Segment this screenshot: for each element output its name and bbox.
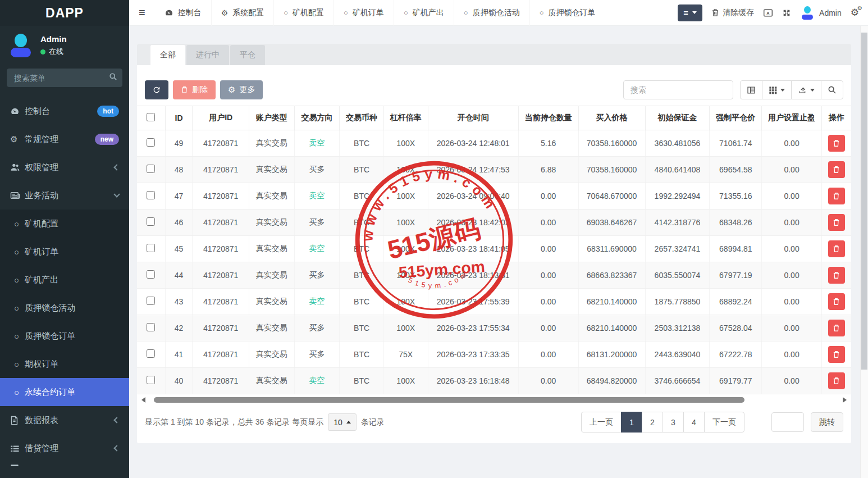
page-button-1[interactable]: 1 bbox=[621, 412, 642, 433]
settings-cogs-icon[interactable]: ⚙ bbox=[851, 7, 859, 19]
row-delete-button[interactable] bbox=[828, 214, 845, 231]
row-checkbox[interactable] bbox=[147, 138, 155, 147]
jump-page-input[interactable] bbox=[771, 412, 804, 432]
cell-position-qty: 0.00 bbox=[518, 289, 578, 315]
row-delete-button[interactable] bbox=[828, 267, 845, 284]
row-delete-button[interactable] bbox=[828, 161, 845, 178]
cell-force-price: 68348.26 bbox=[710, 210, 762, 236]
sidebar-item-staking-orders[interactable]: ○ 质押锁仓订单 bbox=[0, 322, 129, 350]
sidebar-item-perpetual-orders[interactable]: ○ 永续合约订单 bbox=[0, 378, 129, 406]
row-delete-button[interactable] bbox=[828, 372, 845, 389]
select-all-checkbox[interactable] bbox=[147, 113, 155, 121]
horizontal-scrollbar[interactable] bbox=[138, 396, 850, 404]
hamburger-icon[interactable]: ≡ bbox=[129, 6, 155, 19]
export-button[interactable] bbox=[791, 80, 821, 99]
cell-position-qty: 0.00 bbox=[518, 210, 578, 236]
trash-icon bbox=[833, 139, 840, 147]
row-checkbox[interactable] bbox=[147, 270, 155, 279]
row-checkbox[interactable] bbox=[147, 165, 155, 173]
sidebar-item-reports[interactable]: 数据报表 bbox=[0, 406, 129, 434]
cell-account-type: 真实交易 bbox=[249, 262, 295, 289]
sidebar-item-lending[interactable]: 借贷管理 bbox=[0, 434, 129, 462]
sidebar-item-general[interactable]: ⚙ 常规管理 new bbox=[0, 125, 129, 153]
sidebar-item-miner-orders[interactable]: ○ 矿机订单 bbox=[0, 238, 129, 266]
list-dropdown-button[interactable]: ≡ bbox=[678, 4, 702, 21]
row-checkbox[interactable] bbox=[147, 244, 155, 252]
sidebar-item-dashboard[interactable]: 控制台 hot bbox=[0, 97, 129, 125]
tab-all[interactable]: 全部 bbox=[150, 45, 185, 65]
row-checkbox[interactable] bbox=[147, 323, 155, 331]
page-button-3[interactable]: 3 bbox=[663, 412, 684, 433]
search-button[interactable] bbox=[821, 80, 843, 99]
page-size-select[interactable]: 10 bbox=[328, 413, 357, 431]
more-button[interactable]: ⚙ 更多 bbox=[220, 80, 263, 99]
sidebar-item-permissions[interactable]: 权限管理 bbox=[0, 153, 129, 181]
cell-id: 44 bbox=[165, 262, 192, 289]
tab-closed[interactable]: 平仓 bbox=[230, 45, 265, 65]
nav-miner-config[interactable]: ○ 矿机配置 bbox=[274, 0, 334, 26]
cell-force-price: 68994.81 bbox=[710, 236, 762, 262]
prev-page-button[interactable]: 上一页 bbox=[581, 412, 622, 433]
row-delete-button[interactable] bbox=[828, 293, 845, 310]
row-delete-button[interactable] bbox=[828, 346, 845, 363]
cell-position-qty: 0.00 bbox=[518, 262, 578, 289]
cell-id: 46 bbox=[165, 210, 192, 236]
nav-staking-activity[interactable]: ○ 质押锁仓活动 bbox=[454, 0, 530, 26]
sidebar-item-option-orders[interactable]: ○ 期权订单 bbox=[0, 350, 129, 378]
row-checkbox[interactable] bbox=[147, 376, 155, 384]
clear-cache-button[interactable]: 清除缓存 bbox=[711, 8, 754, 18]
vertical-scrollbar[interactable] bbox=[860, 26, 868, 478]
cell-position-qty: 0.00 bbox=[518, 368, 578, 394]
detail-view-button[interactable] bbox=[740, 80, 762, 99]
row-checkbox[interactable] bbox=[147, 191, 155, 199]
pagination: 上一页 1 2 3 4 下一页 跳转 bbox=[581, 412, 843, 433]
page-button-2[interactable]: 2 bbox=[642, 412, 663, 433]
sidebar-item-miner-output[interactable]: ○ 矿机产出 bbox=[0, 266, 129, 294]
nav-dashboard[interactable]: 控制台 bbox=[155, 0, 212, 26]
sidebar-search-input[interactable] bbox=[7, 69, 122, 87]
sidebar-item-partial[interactable] bbox=[0, 462, 129, 478]
nav-label: 系统配置 bbox=[232, 8, 264, 18]
jump-button[interactable]: 跳转 bbox=[811, 412, 843, 432]
app-logo: DAPP bbox=[0, 0, 129, 26]
cell-initial-margin: 1875.778850 bbox=[645, 289, 710, 315]
fullscreen-icon[interactable] bbox=[782, 8, 791, 17]
nav-miner-orders[interactable]: ○ 矿机订单 bbox=[334, 0, 394, 26]
main-content: 全部 进行中 平仓 删除 ⚙ 更多 bbox=[129, 26, 868, 478]
scrollbar-thumb[interactable] bbox=[861, 33, 867, 370]
columns-button[interactable] bbox=[762, 80, 792, 99]
nav-miner-output[interactable]: ○ 矿机产出 bbox=[394, 0, 454, 26]
next-page-button[interactable]: 下一页 bbox=[704, 412, 744, 433]
sidebar-item-miner-config[interactable]: ○ 矿机配置 bbox=[0, 210, 129, 238]
tab-in-progress[interactable]: 进行中 bbox=[186, 45, 229, 65]
row-delete-button[interactable] bbox=[828, 240, 845, 257]
cell-buy-price: 70358.160000 bbox=[578, 157, 645, 183]
row-checkbox[interactable] bbox=[147, 349, 155, 358]
scroll-right-arrow-icon[interactable] bbox=[843, 397, 847, 403]
sidebar-item-label: 质押锁仓活动 bbox=[25, 303, 75, 313]
language-icon[interactable]: A bbox=[763, 8, 773, 17]
sidebar-item-label: 质押锁仓订单 bbox=[25, 331, 75, 342]
sidebar-item-staking-activity[interactable]: ○ 质押锁仓活动 bbox=[0, 294, 129, 322]
delete-button[interactable]: 删除 bbox=[173, 80, 216, 99]
row-delete-button[interactable] bbox=[828, 135, 845, 152]
cell-leverage: 100X bbox=[383, 157, 428, 183]
row-checkbox[interactable] bbox=[147, 217, 155, 226]
row-delete-button[interactable] bbox=[828, 188, 845, 204]
row-checkbox[interactable] bbox=[147, 297, 155, 305]
cell-leverage: 100X bbox=[383, 236, 428, 262]
page-button-4[interactable]: 4 bbox=[683, 412, 705, 433]
nav-staking-orders[interactable]: ○ 质押锁仓订单 bbox=[530, 0, 605, 26]
scrollbar-thumb[interactable] bbox=[154, 397, 744, 403]
refresh-button[interactable] bbox=[145, 80, 168, 99]
cell-direction: 卖空 bbox=[294, 130, 340, 157]
table-search-input[interactable] bbox=[623, 80, 733, 99]
user-menu[interactable]: Admin bbox=[800, 6, 842, 20]
trash-icon bbox=[833, 271, 840, 279]
cell-user-id: 41720871 bbox=[193, 315, 249, 342]
scroll-left-arrow-icon[interactable] bbox=[141, 397, 145, 403]
nav-system-config[interactable]: ⚙ 系统配置 bbox=[212, 0, 275, 26]
row-delete-button[interactable] bbox=[828, 320, 845, 336]
cell-initial-margin: 1992.292494 bbox=[645, 183, 710, 210]
sidebar-item-business[interactable]: 业务活动 bbox=[0, 181, 129, 210]
